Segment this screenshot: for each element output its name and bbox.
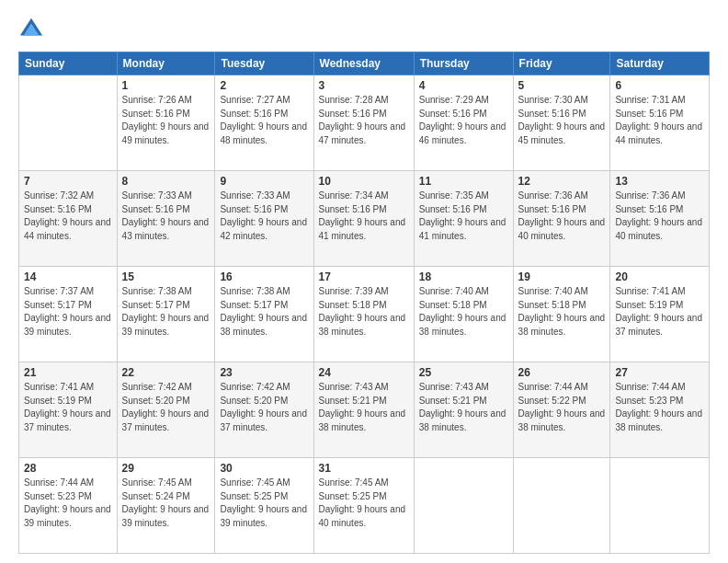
day-number: 25: [419, 366, 508, 379]
day-number: 5: [518, 79, 606, 92]
weekday-header-friday: Friday: [513, 52, 610, 75]
day-cell: 29Sunrise: 7:45 AMSunset: 5:24 PMDayligh…: [117, 458, 215, 554]
day-number: 7: [24, 175, 112, 188]
day-info: Sunrise: 7:30 AMSunset: 5:16 PMDaylight:…: [518, 94, 606, 147]
day-number: 26: [518, 366, 606, 379]
day-cell: 3Sunrise: 7:28 AMSunset: 5:16 PMDaylight…: [313, 75, 414, 171]
day-number: 13: [615, 175, 704, 188]
day-cell: 31Sunrise: 7:45 AMSunset: 5:25 PMDayligh…: [313, 458, 414, 554]
week-row-2: 7Sunrise: 7:32 AMSunset: 5:16 PMDaylight…: [19, 171, 710, 267]
day-cell: 8Sunrise: 7:33 AMSunset: 5:16 PMDaylight…: [117, 171, 215, 267]
day-cell: 21Sunrise: 7:41 AMSunset: 5:19 PMDayligh…: [19, 362, 118, 458]
day-number: 8: [122, 175, 210, 188]
page: SundayMondayTuesdayWednesdayThursdayFrid…: [0, 0, 728, 563]
day-info: Sunrise: 7:42 AMSunset: 5:20 PMDaylight:…: [220, 381, 308, 434]
day-cell: 15Sunrise: 7:38 AMSunset: 5:17 PMDayligh…: [117, 267, 215, 362]
day-cell: 23Sunrise: 7:42 AMSunset: 5:20 PMDayligh…: [215, 362, 313, 458]
day-info: Sunrise: 7:40 AMSunset: 5:18 PMDaylight:…: [518, 285, 606, 339]
day-number: 29: [122, 462, 210, 475]
day-info: Sunrise: 7:41 AMSunset: 5:19 PMDaylight:…: [615, 285, 704, 339]
day-cell: [610, 458, 710, 554]
day-number: 2: [220, 79, 308, 92]
day-number: 1: [122, 79, 210, 92]
day-info: Sunrise: 7:38 AMSunset: 5:17 PMDaylight:…: [220, 285, 308, 339]
day-number: 20: [615, 270, 704, 283]
day-info: Sunrise: 7:29 AMSunset: 5:16 PMDaylight:…: [419, 94, 508, 147]
day-number: 10: [319, 175, 409, 188]
day-number: 12: [518, 175, 606, 188]
day-number: 6: [615, 79, 704, 92]
week-row-3: 14Sunrise: 7:37 AMSunset: 5:17 PMDayligh…: [19, 267, 710, 362]
day-info: Sunrise: 7:43 AMSunset: 5:21 PMDaylight:…: [319, 381, 409, 434]
day-number: 17: [319, 270, 409, 283]
day-cell: 5Sunrise: 7:30 AMSunset: 5:16 PMDaylight…: [513, 75, 610, 171]
day-number: 14: [24, 270, 112, 283]
day-info: Sunrise: 7:34 AMSunset: 5:16 PMDaylight:…: [319, 190, 409, 243]
weekday-header-thursday: Thursday: [414, 52, 513, 75]
day-cell: [414, 458, 513, 554]
weekday-header-sunday: Sunday: [19, 52, 118, 75]
day-cell: 16Sunrise: 7:38 AMSunset: 5:17 PMDayligh…: [215, 267, 313, 362]
day-cell: 11Sunrise: 7:35 AMSunset: 5:16 PMDayligh…: [414, 171, 513, 267]
day-cell: 10Sunrise: 7:34 AMSunset: 5:16 PMDayligh…: [313, 171, 414, 267]
day-cell: 20Sunrise: 7:41 AMSunset: 5:19 PMDayligh…: [610, 267, 710, 362]
day-cell: 25Sunrise: 7:43 AMSunset: 5:21 PMDayligh…: [414, 362, 513, 458]
day-number: 21: [24, 366, 112, 379]
day-number: 19: [518, 270, 606, 283]
day-info: Sunrise: 7:45 AMSunset: 5:25 PMDaylight:…: [220, 477, 308, 530]
day-cell: 9Sunrise: 7:33 AMSunset: 5:16 PMDaylight…: [215, 171, 313, 267]
day-info: Sunrise: 7:45 AMSunset: 5:24 PMDaylight:…: [122, 477, 210, 530]
day-cell: 1Sunrise: 7:26 AMSunset: 5:16 PMDaylight…: [117, 75, 215, 171]
day-info: Sunrise: 7:33 AMSunset: 5:16 PMDaylight:…: [122, 190, 210, 243]
weekday-header-saturday: Saturday: [610, 52, 710, 75]
day-info: Sunrise: 7:37 AMSunset: 5:17 PMDaylight:…: [24, 285, 112, 339]
weekday-header-wednesday: Wednesday: [313, 52, 414, 75]
day-cell: [513, 458, 610, 554]
day-number: 23: [220, 366, 308, 379]
day-info: Sunrise: 7:27 AMSunset: 5:16 PMDaylight:…: [220, 94, 308, 147]
day-number: 15: [122, 270, 210, 283]
day-info: Sunrise: 7:36 AMSunset: 5:16 PMDaylight:…: [518, 190, 606, 243]
day-info: Sunrise: 7:41 AMSunset: 5:19 PMDaylight:…: [24, 381, 112, 434]
day-number: 27: [615, 366, 704, 379]
week-row-4: 21Sunrise: 7:41 AMSunset: 5:19 PMDayligh…: [19, 362, 710, 458]
day-cell: 30Sunrise: 7:45 AMSunset: 5:25 PMDayligh…: [215, 458, 313, 554]
day-cell: 7Sunrise: 7:32 AMSunset: 5:16 PMDaylight…: [19, 171, 118, 267]
week-row-1: 1Sunrise: 7:26 AMSunset: 5:16 PMDaylight…: [19, 75, 710, 171]
day-cell: 22Sunrise: 7:42 AMSunset: 5:20 PMDayligh…: [117, 362, 215, 458]
day-info: Sunrise: 7:36 AMSunset: 5:16 PMDaylight:…: [615, 190, 704, 243]
day-info: Sunrise: 7:28 AMSunset: 5:16 PMDaylight:…: [319, 94, 409, 147]
day-number: 31: [319, 462, 409, 475]
day-cell: 14Sunrise: 7:37 AMSunset: 5:17 PMDayligh…: [19, 267, 118, 362]
day-cell: 17Sunrise: 7:39 AMSunset: 5:18 PMDayligh…: [313, 267, 414, 362]
day-number: 18: [419, 270, 508, 283]
day-info: Sunrise: 7:38 AMSunset: 5:17 PMDaylight:…: [122, 285, 210, 339]
day-cell: 18Sunrise: 7:40 AMSunset: 5:18 PMDayligh…: [414, 267, 513, 362]
day-cell: 27Sunrise: 7:44 AMSunset: 5:23 PMDayligh…: [610, 362, 710, 458]
day-number: 11: [419, 175, 508, 188]
header: [18, 17, 710, 42]
calendar: SundayMondayTuesdayWednesdayThursdayFrid…: [18, 52, 710, 554]
day-number: 9: [220, 175, 308, 188]
day-info: Sunrise: 7:44 AMSunset: 5:22 PMDaylight:…: [518, 381, 606, 434]
weekday-header-row: SundayMondayTuesdayWednesdayThursdayFrid…: [19, 52, 710, 75]
day-info: Sunrise: 7:33 AMSunset: 5:16 PMDaylight:…: [220, 190, 308, 243]
day-number: 30: [220, 462, 308, 475]
weekday-header-tuesday: Tuesday: [215, 52, 313, 75]
day-cell: 4Sunrise: 7:29 AMSunset: 5:16 PMDaylight…: [414, 75, 513, 171]
logo: [18, 17, 48, 42]
day-cell: [19, 75, 118, 171]
day-number: 22: [122, 366, 210, 379]
day-cell: 28Sunrise: 7:44 AMSunset: 5:23 PMDayligh…: [19, 458, 118, 554]
day-number: 16: [220, 270, 308, 283]
day-info: Sunrise: 7:40 AMSunset: 5:18 PMDaylight:…: [419, 285, 508, 339]
day-cell: 19Sunrise: 7:40 AMSunset: 5:18 PMDayligh…: [513, 267, 610, 362]
day-number: 4: [419, 79, 508, 92]
day-info: Sunrise: 7:44 AMSunset: 5:23 PMDaylight:…: [615, 381, 704, 434]
day-info: Sunrise: 7:42 AMSunset: 5:20 PMDaylight:…: [122, 381, 210, 434]
day-info: Sunrise: 7:35 AMSunset: 5:16 PMDaylight:…: [419, 190, 508, 243]
weekday-header-monday: Monday: [117, 52, 215, 75]
day-info: Sunrise: 7:43 AMSunset: 5:21 PMDaylight:…: [419, 381, 508, 434]
day-cell: 26Sunrise: 7:44 AMSunset: 5:22 PMDayligh…: [513, 362, 610, 458]
day-info: Sunrise: 7:39 AMSunset: 5:18 PMDaylight:…: [319, 285, 409, 339]
